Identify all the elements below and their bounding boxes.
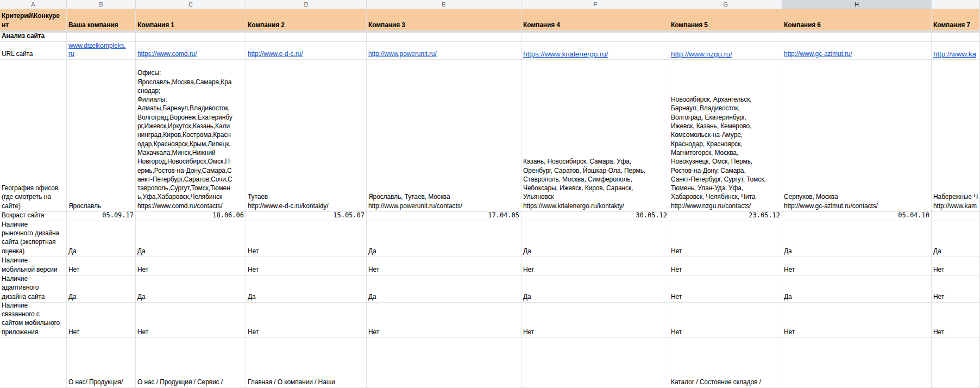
cell-A7-mobile-version-label[interactable]: Наличие мобильной версии (0, 257, 67, 276)
cell-H10[interactable] (782, 338, 932, 388)
cell-D2[interactable] (246, 33, 367, 42)
cell-E10[interactable] (367, 338, 522, 388)
cell-B9-mobile-app[interactable]: Нет (67, 303, 136, 338)
cell-B4-geography[interactable]: Ярославль (67, 60, 136, 212)
cell-D1-company-2[interactable]: Компания 2 (246, 9, 367, 31)
cell-I2[interactable] (932, 33, 980, 42)
cell-F4-geography[interactable]: Казань, Новосибирск, Самара, Уфа, Оренбу… (522, 60, 669, 212)
cell-F9-mobile-app[interactable]: Нет (522, 303, 669, 338)
cell-G1-company-5[interactable]: Компания 5 (669, 9, 782, 31)
cell-G10-menu-sections[interactable]: Каталог / Состояние складов / (669, 338, 782, 388)
cell-I1-company-7[interactable]: Компания 7 (932, 9, 980, 31)
cell-A1-criteria-header[interactable]: Критерий\Конкуре нт (0, 9, 67, 31)
cell-I9-mobile-app[interactable]: Нет (932, 303, 980, 338)
cell-B3-url-link[interactable]: www.dizelkompleks. ru (67, 42, 136, 60)
cell-B2[interactable] (67, 33, 136, 42)
cell-G2[interactable] (669, 33, 782, 42)
cell-G3-url-link[interactable]: http://www.nzgu.ru/ (669, 42, 782, 60)
cell-B10-menu-sections[interactable]: О нас/ Продукция/ (67, 338, 136, 388)
cell-A4-geography-label[interactable]: География офисов (где смотреть на сайте) (0, 60, 67, 212)
col-header-h-selected[interactable]: H (782, 0, 932, 9)
cell-C1-company-1[interactable]: Компания 1 (136, 9, 246, 31)
cell-F8-adaptive-design[interactable]: Да (522, 276, 669, 303)
cell-C2[interactable] (136, 33, 246, 42)
spreadsheet-grid: A B C D E F G H Критерий\Конкуре нт Ваша… (0, 0, 980, 388)
cell-I5-site-age[interactable] (932, 212, 980, 221)
cell-C3-url-link[interactable]: https://www.comd.ru/ (136, 42, 246, 60)
cell-D6-market-design[interactable]: Нет (246, 221, 367, 257)
cell-G9-mobile-app[interactable]: Нет (669, 303, 782, 338)
cell-E7-mobile-version[interactable]: Нет (367, 257, 522, 276)
cell-B7-mobile-version[interactable]: Нет (67, 257, 136, 276)
cell-E8-adaptive-design[interactable]: Да (367, 276, 522, 303)
cell-I7-mobile-version[interactable]: Нет (932, 257, 980, 276)
cell-G8-adaptive-design[interactable]: Нет (669, 276, 782, 303)
cell-B1-your-company[interactable]: Ваша компания (67, 9, 136, 31)
cell-C10-menu-sections[interactable]: О нас / Продукция / Сервис / (136, 338, 246, 388)
cell-I8-adaptive-design[interactable]: Нет (932, 276, 980, 303)
cell-D5-site-age[interactable]: 15.05.07 (246, 212, 367, 221)
cell-C7-mobile-version[interactable]: Нет (136, 257, 246, 276)
cell-A5-site-age-label[interactable]: Возраст сайта (0, 212, 67, 221)
col-header-i[interactable] (932, 0, 980, 9)
cell-E4-geography[interactable]: Ярославль, Тутаев, Москва http://www.pow… (367, 60, 522, 212)
cell-I6-market-design[interactable]: Да (932, 221, 980, 257)
cell-H4-geography[interactable]: Серпухов, Москва http://www.gc-azimut.ru… (782, 60, 932, 212)
cell-E6-market-design[interactable]: Да (367, 221, 522, 257)
cell-D4-geography[interactable]: Тутаев http://www.e-d-c.ru/kontakty/ (246, 60, 367, 212)
cell-I10[interactable] (932, 338, 980, 388)
cell-F10[interactable] (522, 338, 669, 388)
cell-I3-url-link[interactable]: http://www.ka (932, 42, 980, 60)
cell-E1-company-3[interactable]: Компания 3 (367, 9, 522, 31)
cell-C6-market-design[interactable]: Да (136, 221, 246, 257)
cell-H7-mobile-version[interactable]: Нет (782, 257, 932, 276)
cell-E5-site-age[interactable]: 17.04.05 (367, 212, 522, 221)
cell-B5-site-age[interactable]: 05.09.17 (67, 212, 136, 221)
cell-G7-mobile-version[interactable]: Нет (669, 257, 782, 276)
cell-G6-market-design[interactable]: Нет (669, 221, 782, 257)
cell-F5-site-age[interactable]: 30.05.12 (522, 212, 669, 221)
cell-A10[interactable] (0, 338, 67, 388)
cell-A8-adaptive-design-label[interactable]: Наличие адаптивного дизайна сайта (0, 276, 67, 303)
cell-C4-geography[interactable]: Офисы: Ярославль,Москва,Самара,Кра снода… (136, 60, 246, 212)
cell-B8-adaptive-design[interactable]: Да (67, 276, 136, 303)
cell-G5-site-age[interactable]: 23.05.12 (669, 212, 782, 221)
cell-C5-site-age[interactable]: 18.06.06 (136, 212, 246, 221)
col-header-e[interactable]: E (367, 0, 522, 9)
cell-C8-adaptive-design[interactable]: Да (136, 276, 246, 303)
cell-H1-company-6[interactable]: Компания 6 (782, 9, 932, 31)
cell-A6-market-design-label[interactable]: Наличие рыночного дизайна сайта (эксперт… (0, 221, 67, 257)
cell-A2-section-title[interactable]: Анализ сайта (0, 33, 67, 42)
cell-E3-url-link[interactable]: http://www.powerunit.ru/ (367, 42, 522, 60)
cell-A9-mobile-app-label[interactable]: Наличие связанного с сайтом мобильного п… (0, 303, 67, 338)
col-header-c[interactable]: C (136, 0, 246, 9)
col-header-b[interactable]: B (67, 0, 136, 9)
col-header-f[interactable]: F (522, 0, 669, 9)
cell-F7-mobile-version[interactable]: Нет (522, 257, 669, 276)
col-header-a[interactable]: A (0, 0, 67, 9)
cell-H2[interactable] (782, 33, 932, 42)
cell-C9-mobile-app[interactable]: Нет (136, 303, 246, 338)
cell-B6-market-design[interactable]: Да (67, 221, 136, 257)
cell-D7-mobile-version[interactable]: Нет (246, 257, 367, 276)
cell-A3-url-label[interactable]: URL сайта (0, 42, 67, 60)
cell-H3-url-link[interactable]: http://www.gc-azimut.ru/ (782, 42, 932, 60)
col-header-d[interactable]: D (246, 0, 367, 9)
cell-I4-geography[interactable]: Набережные Ч http://www.kam (932, 60, 980, 212)
cell-D10-menu-sections[interactable]: Главная / О компании / Наши (246, 338, 367, 388)
cell-E9-mobile-app[interactable]: Нет (367, 303, 522, 338)
cell-D8-adaptive-design[interactable]: Да (246, 276, 367, 303)
cell-D3-url-link[interactable]: http://www.e-d-c.ru/ (246, 42, 367, 60)
cell-H9-mobile-app[interactable]: Нет (782, 303, 932, 338)
cell-F2[interactable] (522, 33, 669, 42)
cell-G4-geography[interactable]: Новосибирск, Архангельск, Барнаул, Влади… (669, 60, 782, 212)
cell-H6-market-design[interactable]: Да (782, 221, 932, 257)
cell-H5-site-age[interactable]: 05.04.10 (782, 212, 932, 221)
cell-H8-adaptive-design[interactable]: Да (782, 276, 932, 303)
col-header-g[interactable]: G (669, 0, 782, 9)
cell-F3-url-link[interactable]: https://www.krialenergo.ru/ (522, 42, 669, 60)
cell-E2[interactable] (367, 33, 522, 42)
cell-F6-market-design[interactable]: Да (522, 221, 669, 257)
cell-F1-company-4[interactable]: Компания 4 (522, 9, 669, 31)
cell-D9-mobile-app[interactable]: Нет (246, 303, 367, 338)
